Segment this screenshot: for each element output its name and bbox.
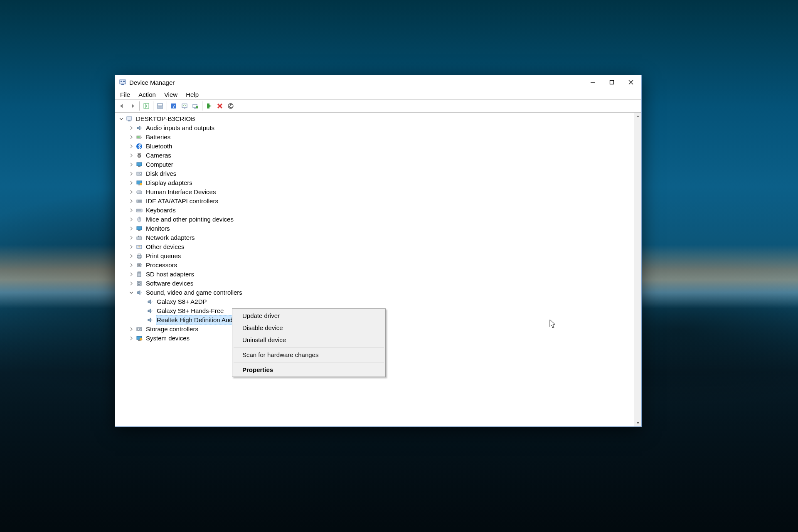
expand-icon[interactable] (128, 271, 134, 277)
tree-category[interactable]: Human Interface Devices (116, 187, 634, 197)
tree-category-label: Display adapters (145, 178, 193, 187)
expand-icon[interactable] (128, 134, 134, 140)
tree-category-label: Software devices (145, 279, 194, 288)
vertical-scrollbar[interactable] (634, 113, 641, 426)
uninstall-device-button[interactable] (215, 101, 225, 111)
expand-icon[interactable] (128, 244, 134, 250)
svg-rect-56 (138, 236, 139, 237)
expand-icon[interactable] (128, 143, 134, 149)
tree-category[interactable]: Cameras (116, 151, 634, 160)
menu-bar: File Action View Help (115, 89, 641, 100)
svg-rect-61 (138, 254, 140, 255)
tree-category[interactable]: Software devices (116, 279, 634, 288)
context-menu-item[interactable]: Disable device (233, 322, 384, 334)
other-icon: ? (136, 244, 143, 250)
help-button[interactable]: ? (169, 101, 179, 111)
tree-category[interactable]: Mice and other pointing devices (116, 215, 634, 224)
expand-icon[interactable] (128, 217, 134, 222)
expand-icon[interactable] (128, 162, 134, 167)
tool-bar: ? (115, 100, 641, 113)
tree-category[interactable]: Print queues (116, 251, 634, 261)
tree-category[interactable]: Display adapters (116, 178, 634, 187)
tree-category[interactable]: Computer (116, 160, 634, 169)
tree-category[interactable]: ?Other devices (116, 242, 634, 251)
context-menu-item[interactable]: Properties (233, 364, 384, 376)
expand-icon[interactable] (128, 326, 134, 332)
update-driver-button[interactable] (190, 101, 200, 111)
menu-action[interactable]: Action (134, 90, 160, 99)
svg-rect-5 (610, 81, 614, 84)
tree-category[interactable]: Processors (116, 261, 634, 270)
context-menu[interactable]: Update driverDisable deviceUninstall dev… (232, 308, 386, 377)
context-menu-item[interactable]: Update driver (233, 310, 384, 322)
tree-category[interactable]: Sound, video and game controllers (116, 288, 634, 297)
desktop-background: Device Manager File Action View Help ? (0, 0, 798, 532)
tree-category[interactable]: Audio inputs and outputs (116, 123, 634, 133)
expand-icon[interactable] (128, 207, 134, 213)
scroll-up-button[interactable] (634, 113, 641, 120)
device-tree[interactable]: DESKTOP-B3CRIOBAudio inputs and outputsB… (115, 113, 634, 426)
svg-text:?: ? (138, 245, 140, 249)
window-title: Device Manager (129, 79, 175, 86)
tree-category[interactable]: Keyboards (116, 206, 634, 215)
menu-help[interactable]: Help (182, 90, 203, 99)
tree-category[interactable]: Monitors (116, 224, 634, 233)
back-button[interactable] (117, 101, 127, 111)
toolbar-separator (153, 101, 153, 111)
svg-rect-29 (137, 136, 140, 138)
expand-icon[interactable] (128, 335, 134, 341)
svg-point-40 (140, 183, 142, 185)
disable-device-button[interactable] (226, 101, 236, 111)
monitor-icon (136, 225, 143, 232)
tree-category-label: System devices (145, 334, 190, 343)
tree-category[interactable]: Disk drives (116, 169, 634, 178)
properties-button[interactable] (155, 101, 165, 111)
forward-button[interactable] (128, 101, 138, 111)
printer-icon (136, 253, 143, 259)
expand-icon[interactable] (128, 253, 134, 259)
svg-point-75 (138, 328, 140, 330)
tree-category[interactable]: Network adapters (116, 233, 634, 242)
menu-view[interactable]: View (160, 90, 182, 99)
tree-category-label: Human Interface Devices (145, 187, 217, 197)
svg-rect-2 (123, 81, 125, 82)
speaker-icon (136, 289, 143, 296)
minimize-button[interactable] (583, 76, 602, 89)
expand-icon[interactable] (128, 281, 134, 286)
svg-point-78 (140, 338, 142, 340)
storage-icon (136, 326, 143, 332)
tree-device[interactable]: Galaxy S8+ A2DP (116, 297, 634, 306)
tree-category[interactable]: Batteries (116, 133, 634, 142)
menu-file[interactable]: File (116, 90, 134, 99)
expand-icon[interactable] (128, 125, 134, 131)
show-hide-tree-button[interactable] (141, 101, 151, 111)
expand-icon[interactable] (128, 226, 134, 232)
expand-icon[interactable] (128, 189, 134, 195)
context-menu-item[interactable]: Uninstall device (233, 334, 384, 346)
expand-icon[interactable] (128, 180, 134, 186)
expand-icon[interactable] (128, 235, 134, 241)
scan-hardware-button[interactable] (180, 101, 190, 111)
tree-category[interactable]: Bluetooth (116, 142, 634, 151)
tree-root[interactable]: DESKTOP-B3CRIOB (116, 114, 634, 123)
tree-category-label: IDE ATA/ATAPI controllers (145, 197, 219, 206)
context-menu-separator (234, 347, 384, 347)
tree-category[interactable]: SD host adapters (116, 270, 634, 279)
svg-rect-53 (137, 227, 142, 230)
collapse-icon[interactable] (128, 290, 134, 296)
system-icon (136, 335, 143, 342)
toolbar-separator (139, 101, 140, 111)
scroll-down-button[interactable] (634, 419, 641, 426)
enable-device-button[interactable] (204, 101, 214, 111)
expand-icon[interactable] (128, 171, 134, 177)
collapse-icon[interactable] (118, 116, 124, 122)
svg-point-37 (140, 173, 141, 175)
expand-icon[interactable] (128, 198, 134, 204)
expand-icon[interactable] (128, 262, 134, 268)
context-menu-item[interactable]: Scan for hardware changes (233, 349, 384, 361)
title-bar[interactable]: Device Manager (115, 75, 641, 89)
expand-icon[interactable] (128, 153, 134, 158)
tree-category[interactable]: IDE ATA/ATAPI controllers (116, 197, 634, 206)
close-button[interactable] (621, 76, 640, 89)
maximize-button[interactable] (602, 76, 621, 89)
